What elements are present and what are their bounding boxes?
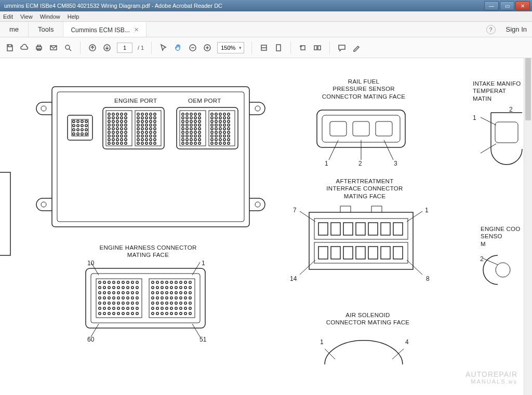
svg-point-278 [99, 297, 101, 299]
svg-point-141 [141, 142, 143, 144]
fit-width-icon[interactable] [259, 43, 269, 52]
view-mode-icon[interactable] [313, 43, 322, 52]
arrow-cursor-icon[interactable] [159, 43, 168, 52]
sign-icon[interactable] [352, 43, 361, 52]
search-icon[interactable] [63, 43, 73, 52]
help-icon[interactable]: ? [486, 25, 496, 34]
label-oem-port: OEM PORT [188, 97, 221, 104]
menu-view[interactable]: View [20, 13, 33, 20]
pin-r3: 3 [394, 160, 397, 167]
wiring-diagram: ENGINE PORT OEM PORT ENGINE HARNESS CONN… [0, 58, 532, 395]
svg-point-124 [154, 128, 156, 130]
svg-point-347 [180, 297, 182, 299]
hand-icon[interactable] [174, 43, 183, 52]
svg-point-92 [116, 139, 118, 141]
rotate-icon[interactable] [298, 43, 308, 52]
svg-point-333 [156, 292, 158, 294]
vertical-scrollbar[interactable] [524, 58, 532, 395]
svg-point-327 [170, 287, 172, 289]
svg-point-84 [125, 131, 127, 133]
svg-point-262 [108, 287, 110, 289]
svg-point-125 [137, 131, 139, 133]
svg-point-137 [145, 139, 148, 141]
svg-point-355 [175, 302, 177, 304]
svg-point-329 [180, 287, 182, 289]
page-number-input[interactable] [117, 43, 132, 53]
tab-tools[interactable]: Tools [29, 22, 63, 37]
svg-point-59 [125, 113, 127, 115]
svg-point-165 [182, 128, 184, 130]
svg-point-315 [156, 281, 158, 283]
tab-home[interactable]: me [0, 22, 29, 37]
page-down-icon[interactable] [102, 43, 112, 52]
svg-point-212 [219, 128, 221, 130]
zoom-out-icon[interactable] [188, 43, 197, 52]
svg-point-72 [116, 124, 118, 126]
svg-rect-12 [314, 46, 317, 50]
svg-point-152 [190, 117, 192, 119]
fit-page-icon[interactable] [274, 43, 283, 52]
svg-point-112 [145, 120, 148, 122]
print-icon[interactable] [34, 43, 44, 52]
svg-point-243 [73, 129, 75, 131]
pin-s4: 4 [405, 338, 409, 346]
svg-point-87 [116, 135, 118, 137]
svg-point-318 [170, 281, 172, 283]
sign-in-button[interactable]: Sign In [501, 22, 532, 37]
svg-point-331 [189, 287, 191, 289]
svg-point-134 [154, 135, 156, 137]
svg-point-146 [186, 113, 188, 115]
svg-point-358 [189, 302, 191, 304]
svg-point-374 [180, 312, 182, 315]
svg-point-162 [190, 124, 192, 126]
svg-point-181 [186, 139, 188, 141]
svg-point-71 [112, 124, 114, 126]
svg-point-348 [184, 297, 187, 299]
svg-point-222 [219, 135, 221, 137]
svg-point-207 [219, 124, 221, 126]
zoom-in-icon[interactable] [203, 43, 212, 52]
tab-close-icon[interactable]: ✕ [134, 26, 139, 33]
pin-s1: 1 [320, 338, 324, 346]
svg-point-128 [150, 131, 152, 133]
svg-point-197 [219, 117, 221, 119]
svg-point-297 [103, 307, 105, 309]
zoom-select[interactable]: 150% [217, 42, 244, 53]
svg-point-172 [190, 131, 192, 133]
svg-point-311 [127, 312, 129, 315]
pin-h10: 10 [87, 260, 94, 267]
svg-point-293 [127, 302, 129, 304]
svg-rect-47 [331, 247, 340, 259]
svg-point-106 [141, 117, 143, 119]
tab-document[interactable]: Cummins ECM ISB... ✕ [63, 22, 146, 37]
svg-point-4 [65, 45, 70, 49]
svg-point-279 [103, 297, 105, 299]
menu-window[interactable]: Window [40, 13, 60, 20]
pin-a7: 7 [293, 207, 297, 214]
save-icon[interactable] [5, 43, 15, 52]
svg-point-353 [166, 302, 168, 304]
minimize-button[interactable]: — [484, 1, 499, 10]
scrollbar-thumb[interactable] [525, 58, 531, 120]
svg-point-189 [198, 142, 201, 144]
menu-help[interactable]: Help [68, 13, 79, 20]
email-icon[interactable] [49, 43, 58, 52]
svg-point-209 [228, 124, 230, 126]
svg-point-366 [184, 307, 187, 309]
svg-point-190 [211, 113, 213, 115]
document-viewport[interactable]: ENGINE PORT OEM PORT ENGINE HARNESS CONN… [0, 58, 532, 395]
svg-point-82 [116, 131, 118, 133]
svg-point-267 [131, 287, 134, 289]
svg-rect-36 [376, 121, 392, 136]
maximize-button[interactable]: ▭ [500, 1, 514, 10]
svg-point-77 [116, 128, 118, 130]
comment-icon[interactable] [337, 43, 347, 52]
svg-point-161 [186, 124, 188, 126]
svg-point-291 [117, 302, 119, 304]
close-button[interactable]: ✕ [515, 1, 530, 10]
page-up-icon[interactable] [88, 43, 97, 52]
menu-edit[interactable]: Edit [3, 13, 13, 20]
svg-point-149 [198, 113, 201, 115]
cloud-icon[interactable] [20, 43, 29, 52]
svg-point-164 [198, 124, 201, 126]
